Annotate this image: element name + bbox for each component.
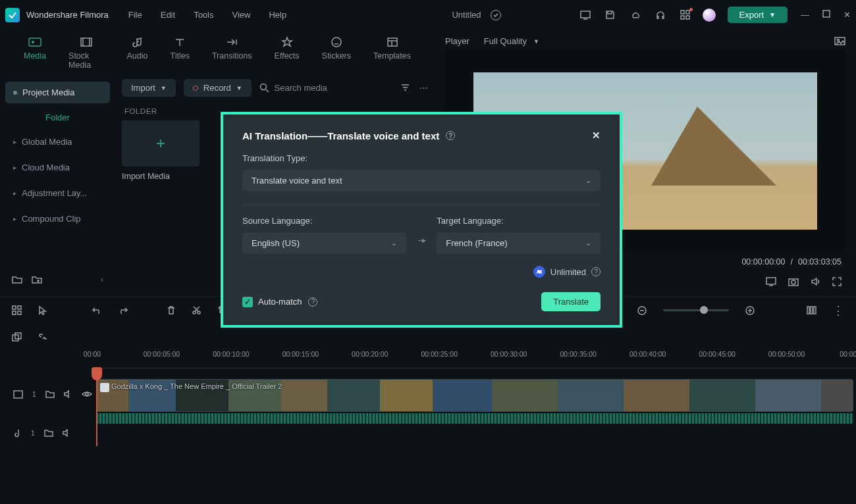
tab-audio[interactable]: Audio <box>123 34 152 75</box>
clip-play-icon <box>100 383 109 392</box>
tab-titles[interactable]: Titles <box>167 34 194 75</box>
chevron-down-icon: ▼ <box>769 11 776 18</box>
window-close[interactable]: ✕ <box>843 10 851 20</box>
folder-section[interactable]: Folder <box>5 106 110 128</box>
chevron-down-icon: ▼ <box>161 85 167 91</box>
track-folder-icon[interactable] <box>44 429 53 437</box>
help-icon[interactable]: ? <box>446 131 455 140</box>
svg-rect-2 <box>681 11 684 14</box>
svg-rect-4 <box>681 16 684 19</box>
menu-help[interactable]: Help <box>269 10 286 20</box>
new-folder-plus-icon[interactable] <box>32 275 42 284</box>
track-folder-icon[interactable] <box>45 390 55 398</box>
import-media-tile[interactable]: + <box>122 120 200 166</box>
audio-track-icon[interactable] <box>13 428 22 438</box>
import-dropdown[interactable]: Import▼ <box>122 79 176 97</box>
ai-translation-dialog: AI Translation——Translate voice and text… <box>221 112 622 328</box>
video-track-body[interactable]: Godzilla x Kong _ The New Empire _ Offic… <box>92 376 856 412</box>
audio-track-body[interactable] <box>92 415 856 451</box>
sync-status-icon[interactable] <box>491 10 501 20</box>
tl-link-icon[interactable] <box>38 332 48 341</box>
snapshot-icon[interactable] <box>834 36 845 46</box>
camera-icon[interactable] <box>788 277 799 286</box>
sidebar-compound-clip[interactable]: ▸Compound Clip <box>5 207 110 230</box>
source-language-select[interactable]: English (US) ⌄ <box>242 232 406 254</box>
sidebar-global-media[interactable]: ▸Global Media <box>5 130 110 153</box>
fullscreen-icon[interactable] <box>832 277 842 286</box>
new-folder-icon[interactable] <box>12 275 22 284</box>
window-minimize[interactable]: — <box>801 10 809 20</box>
tab-media[interactable]: Media <box>20 34 50 75</box>
target-language-select[interactable]: French (France) ⌄ <box>437 232 601 254</box>
window-maximize[interactable] <box>822 10 830 20</box>
help-icon[interactable]: ? <box>591 267 601 276</box>
track-mute-icon[interactable] <box>63 429 71 437</box>
track-visibility-icon[interactable] <box>82 390 92 398</box>
save-icon[interactable] <box>605 10 616 20</box>
record-dropdown[interactable]: Record▼ <box>184 79 252 97</box>
zoom-in-icon[interactable] <box>745 305 755 316</box>
display-icon[interactable] <box>766 277 776 286</box>
search-media[interactable]: Search media <box>259 83 327 93</box>
close-icon[interactable]: ✕ <box>592 130 601 141</box>
menu-view[interactable]: View <box>232 10 250 20</box>
grid-icon[interactable] <box>12 305 22 315</box>
cloud-icon[interactable] <box>630 10 641 20</box>
chevron-right-icon: ▸ <box>13 164 16 171</box>
menu-tools[interactable]: Tools <box>194 10 213 20</box>
video-clip[interactable]: Godzilla x Kong _ The New Empire _ Offic… <box>96 379 853 412</box>
speaker-icon[interactable] <box>811 277 820 286</box>
translation-type-select[interactable]: Translate voice and text ⌄ <box>242 170 601 191</box>
svg-rect-22 <box>13 306 16 309</box>
headphones-icon[interactable] <box>655 10 666 20</box>
automatch-checkbox[interactable]: ✓ <box>242 297 253 307</box>
tab-templates[interactable]: Templates <box>369 34 415 75</box>
document-title: Untitled <box>452 10 481 20</box>
menu-edit[interactable]: Edit <box>161 10 175 20</box>
app-name: Wondershare Filmora <box>26 10 109 20</box>
ruler-tick: 00:00:35:00 <box>560 350 596 358</box>
audio-track-row: 1 <box>0 420 856 446</box>
tl-copy-icon[interactable] <box>12 332 22 342</box>
arrow-right-icon: ·····▸ <box>418 216 425 245</box>
player-tab[interactable]: Player <box>445 36 469 46</box>
automatch-label: Auto-match <box>258 297 302 307</box>
svg-point-21 <box>791 280 795 284</box>
quality-dropdown[interactable]: Full Quality▼ <box>484 36 539 46</box>
redo-icon[interactable] <box>118 306 128 315</box>
cut-icon[interactable] <box>192 305 201 315</box>
delete-icon[interactable] <box>167 305 176 315</box>
view-options-icon[interactable] <box>807 305 816 315</box>
collapse-sidebar-icon[interactable]: ‹ <box>101 274 103 284</box>
export-button[interactable]: Export ▼ <box>728 7 788 23</box>
time-ruler[interactable]: 00:0000:00:05:0000:00:10:0000:00:15:0000… <box>92 350 856 368</box>
track-mute-icon[interactable] <box>64 390 72 398</box>
filter-icon[interactable] <box>400 83 410 93</box>
zoom-slider[interactable] <box>663 309 729 311</box>
target-language-label: Target Language: <box>437 216 601 232</box>
project-media-button[interactable]: Project Media <box>5 82 110 103</box>
tab-stickers[interactable]: Stickers <box>318 34 355 75</box>
playhead[interactable] <box>96 368 97 446</box>
more-icon[interactable]: ⋯ <box>419 83 428 93</box>
ruler-tick: 00:00:25:00 <box>421 350 458 358</box>
zoom-out-icon[interactable] <box>637 305 647 316</box>
video-track-icon[interactable] <box>13 390 23 399</box>
user-avatar[interactable] <box>703 9 716 22</box>
chevron-right-icon: ▸ <box>13 215 16 222</box>
menu-file[interactable]: File <box>128 10 142 20</box>
tab-effects[interactable]: Effects <box>271 34 304 75</box>
apps-icon[interactable] <box>680 10 691 20</box>
translate-button[interactable]: Translate <box>541 292 601 311</box>
tab-transitions[interactable]: Transitions <box>208 34 256 75</box>
sidebar-cloud-media[interactable]: ▸Cloud Media <box>5 156 110 179</box>
more-icon[interactable]: ⋮ <box>832 303 844 318</box>
monitor-icon[interactable] <box>580 10 591 20</box>
chevron-down-icon: ⌄ <box>585 239 591 247</box>
help-icon[interactable]: ? <box>308 297 317 307</box>
pointer-icon[interactable] <box>38 305 47 316</box>
undo-icon[interactable] <box>92 306 102 315</box>
sidebar-adjustment-layer[interactable]: ▸Adjustment Lay... <box>5 182 110 205</box>
source-language-label: Source Language: <box>242 216 406 232</box>
tab-stock-media[interactable]: Stock Media <box>65 34 108 75</box>
